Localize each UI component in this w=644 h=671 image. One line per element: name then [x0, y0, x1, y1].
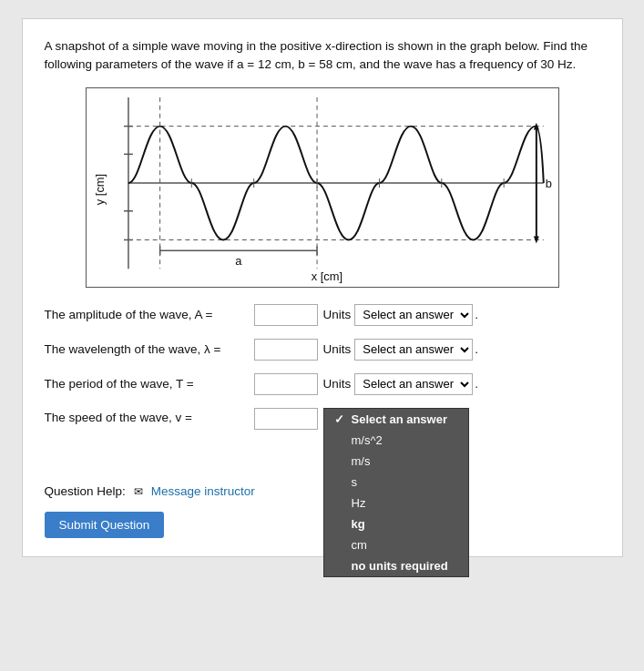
dropdown-option-kg[interactable]: kg: [324, 513, 468, 534]
wavelength-units-label: Units: [323, 342, 352, 356]
wavelength-label: The wavelength of the wave, λ =: [45, 342, 254, 356]
period-units-label: Units: [323, 377, 352, 391]
dropdown-option-ms2[interactable]: m/s^2: [324, 430, 468, 451]
amplitude-label: The amplitude of the wave, A =: [45, 308, 254, 321]
speed-units-dropdown[interactable]: ✓ Select an answer m/s^2 m/s s Hz: [323, 408, 469, 577]
period-label: The period of the wave, T =: [45, 377, 254, 391]
wavelength-row: The wavelength of the wave, λ = Units Se…: [45, 339, 600, 361]
speed-input-wrap: Unit ✓ Select an answer m/s^2 m/s s: [254, 408, 345, 430]
speed-input[interactable]: [254, 408, 318, 430]
svg-text:x [cm]: x [cm]: [311, 269, 342, 283]
message-instructor-link[interactable]: Message instructor: [151, 484, 255, 498]
main-card: A snapshot of a simple wave moving in th…: [22, 18, 623, 557]
dropdown-option-s[interactable]: s: [324, 472, 468, 493]
wavelength-input[interactable]: [254, 339, 318, 361]
period-input[interactable]: [254, 373, 318, 395]
svg-text:y [cm]: y [cm]: [93, 173, 107, 204]
dropdown-option-cm[interactable]: cm: [324, 534, 468, 555]
svg-text:a: a: [235, 254, 242, 268]
wave-graph: y [cm] x [cm]: [86, 87, 559, 288]
amplitude-row: The amplitude of the wave, A = Units Sel…: [45, 304, 600, 326]
help-row: Question Help: ✉ Message instructor: [45, 484, 600, 499]
help-label: Question Help:: [45, 484, 126, 498]
message-icon: ✉: [131, 484, 146, 499]
dropdown-option-nounits[interactable]: no units required: [324, 555, 468, 576]
amplitude-input[interactable]: [254, 304, 318, 326]
wavelength-units-select[interactable]: Select an answer m/s^2 m/s s Hz kg cm no…: [354, 339, 473, 361]
speed-row: The speed of the wave, v = Unit ✓ Select…: [45, 408, 600, 430]
amplitude-units-select[interactable]: Select an answer m/s^2 m/s s Hz kg cm no…: [354, 304, 473, 326]
period-row: The period of the wave, T = Units Select…: [45, 373, 600, 395]
submit-button[interactable]: Submit Question: [45, 512, 165, 538]
dropdown-option-ms[interactable]: m/s: [324, 451, 468, 472]
svg-text:b: b: [545, 177, 551, 190]
problem-text: A snapshot of a simple wave moving in th…: [45, 37, 600, 75]
dropdown-option-select[interactable]: ✓ Select an answer: [324, 409, 468, 430]
period-units-select[interactable]: Select an answer m/s^2 m/s s Hz kg cm no…: [354, 373, 473, 395]
amplitude-units-label: Units: [323, 308, 352, 321]
speed-label: The speed of the wave, v =: [45, 408, 254, 424]
dropdown-option-hz[interactable]: Hz: [324, 493, 468, 513]
